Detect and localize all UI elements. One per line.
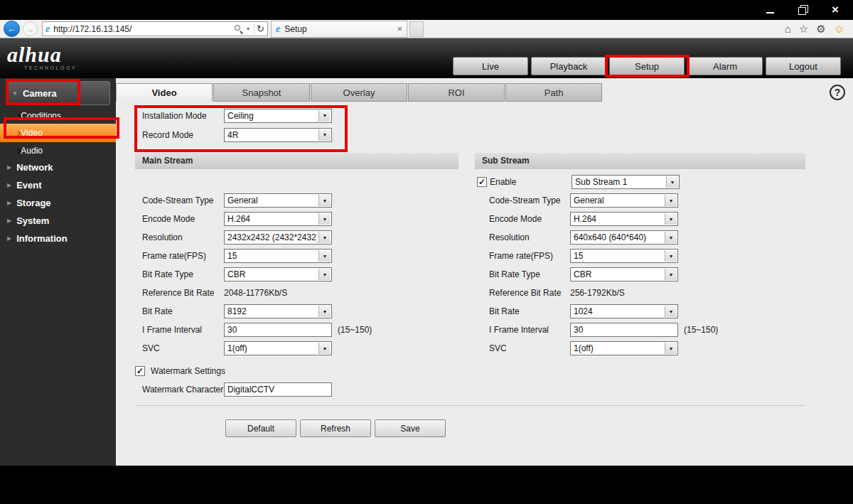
main-bit-rate-select[interactable]: 8192 ▼: [224, 304, 332, 318]
sub-stream-select[interactable]: Sub Stream 1 ▼: [572, 175, 680, 189]
branch-arrow-icon: ▶: [7, 235, 11, 242]
search-icon[interactable]: [234, 24, 243, 33]
sub-bit-rate-select[interactable]: 1024 ▼: [570, 304, 678, 318]
sub-encode-mode-row: Encode Mode H.264 ▼: [475, 210, 805, 228]
address-bar[interactable]: e http://172.16.13.145/ ▾ ↻: [42, 21, 268, 36]
sub-encode-mode-select[interactable]: H.264 ▼: [570, 212, 678, 226]
sub-resolution-select[interactable]: 640x640 (640*640) ▼: [570, 230, 678, 245]
app-header: alhua TECHNOLOGY Live Playback Setup Ala…: [0, 38, 853, 78]
sidebar-item-event[interactable]: ▶ Event: [0, 176, 116, 194]
main-frame-rate-select[interactable]: 15 ▼: [224, 249, 332, 263]
sub-enable-label: Enable: [490, 177, 572, 187]
main-bit-rate-type-select[interactable]: CBR ▼: [224, 267, 332, 282]
help-icon[interactable]: ?: [830, 85, 845, 100]
tab-video[interactable]: Video: [116, 83, 213, 102]
chevron-down-icon: ▼: [318, 129, 331, 141]
sub-enable-checkbox[interactable]: ✓: [477, 177, 487, 187]
nav-setup-button[interactable]: Setup: [609, 57, 685, 75]
sidebar-item-information[interactable]: ▶ Information: [0, 230, 116, 247]
main-reference-bit-rate-value: 2048-11776Kb/S: [224, 288, 287, 298]
nav-playback-button[interactable]: Playback: [531, 57, 606, 75]
tab-path-label: Path: [544, 87, 564, 98]
nav-live-button[interactable]: Live: [453, 57, 528, 75]
sub-svc-select[interactable]: 1(off) ▼: [570, 341, 678, 355]
sidebar-item-network[interactable]: ▶ Network: [0, 159, 116, 176]
sidebar-item-system[interactable]: ▶ System: [0, 212, 116, 230]
select-value: CBR: [227, 269, 245, 279]
watermark-character-label: Watermark Character: [142, 385, 224, 395]
branch-arrow-icon: ▶: [7, 164, 11, 171]
action-buttons: Default Refresh Save: [225, 419, 853, 437]
sub-enable-row: ✓ Enable Sub Stream 1 ▼: [475, 173, 805, 191]
tab-snapshot[interactable]: Snapshot: [213, 83, 310, 102]
tab-overlay-label: Overlay: [343, 87, 375, 98]
sub-frame-rate-select[interactable]: 15 ▼: [570, 249, 678, 263]
refresh-icon[interactable]: ↻: [257, 23, 264, 34]
restore-button[interactable]: [798, 5, 808, 15]
sub-svc-label: SVC: [489, 343, 570, 353]
main-stream-section: Main Stream Code-Stream Type General ▼ E…: [135, 153, 458, 399]
browser-tab-setup[interactable]: e Setup ×: [271, 21, 407, 38]
select-value: 640x640 (640*640): [574, 232, 646, 242]
main-bit-rate-label: Bit Rate: [142, 306, 224, 316]
sidebar-item-camera[interactable]: ▼ Camera: [6, 81, 110, 105]
select-value: H.264: [574, 214, 596, 224]
chevron-down-icon: ▼: [666, 176, 678, 188]
sub-i-frame-interval-input[interactable]: [570, 323, 678, 337]
nav-logout-label: Logout: [789, 61, 817, 72]
chevron-down-icon[interactable]: ▾: [247, 26, 250, 32]
tab-overlay[interactable]: Overlay: [311, 83, 407, 102]
save-button[interactable]: Save: [375, 419, 446, 437]
record-mode-select[interactable]: 4R ▼: [224, 128, 332, 142]
main-svc-select[interactable]: 1(off) ▼: [224, 341, 332, 355]
window-controls: ×: [765, 5, 853, 15]
back-button[interactable]: ←: [4, 21, 20, 37]
nav-alarm-button[interactable]: Alarm: [687, 57, 763, 75]
sidebar-item-conditions[interactable]: › Conditions: [0, 107, 116, 124]
nav-alarm-label: Alarm: [713, 61, 737, 72]
minimize-button[interactable]: [765, 5, 775, 15]
installation-mode-select[interactable]: Ceiling ▼: [224, 109, 332, 123]
main-encode-mode-label: Encode Mode: [142, 214, 224, 224]
stream-columns: Main Stream Code-Stream Type General ▼ E…: [135, 153, 853, 399]
window-titlebar: ×: [0, 0, 853, 20]
restore-icon: [798, 6, 807, 14]
sub-i-frame-interval-row: I Frame Interval (15~150): [475, 321, 805, 339]
nav-live-label: Live: [482, 61, 499, 72]
select-value: General: [227, 195, 258, 205]
new-tab-button[interactable]: [409, 21, 424, 37]
favorites-star-icon[interactable]: ☆: [799, 23, 808, 36]
refresh-button[interactable]: Refresh: [300, 419, 371, 437]
installation-mode-row: Installation Mode Ceiling ▼: [135, 106, 853, 125]
gear-icon[interactable]: ⚙: [816, 23, 825, 36]
sub-bit-rate-type-select[interactable]: CBR ▼: [570, 267, 678, 282]
main-encode-mode-select[interactable]: H.264 ▼: [224, 212, 332, 226]
chevron-down-icon: ▼: [665, 269, 677, 280]
main-reference-bit-rate-label: Reference Bit Rate: [142, 288, 224, 298]
sub-code-stream-type-select[interactable]: General ▼: [570, 193, 678, 208]
default-button[interactable]: Default: [225, 419, 296, 437]
watermark-character-input[interactable]: [224, 382, 332, 397]
nav-logout-button[interactable]: Logout: [766, 57, 841, 75]
sidebar-item-storage[interactable]: ▶ Storage: [0, 194, 116, 212]
forward-button[interactable]: →: [23, 21, 38, 36]
main-encode-mode-row: Encode Mode H.264 ▼: [135, 210, 458, 228]
sub-stream-header: Sub Stream: [475, 153, 805, 169]
close-button[interactable]: ×: [830, 5, 840, 15]
main-code-stream-type-select[interactable]: General ▼: [224, 193, 332, 208]
feedback-smiley-icon[interactable]: ☺: [834, 23, 844, 35]
main-resolution-select[interactable]: 2432x2432 (2432*2432) ▼: [224, 230, 332, 245]
sidebar-item-video[interactable]: › Video: [0, 124, 116, 142]
watermark-settings-checkbox[interactable]: ✓: [135, 366, 145, 376]
sub-resolution-row: Resolution 640x640 (640*640) ▼: [475, 228, 805, 247]
main-i-frame-interval-input[interactable]: [224, 323, 332, 337]
sidebar-item-audio[interactable]: › Audio: [0, 142, 116, 159]
chevron-down-icon: ▼: [665, 195, 677, 206]
tab-close-icon[interactable]: ×: [397, 23, 402, 34]
chevron-down-icon: ▼: [665, 306, 677, 317]
tab-roi[interactable]: ROI: [408, 83, 505, 102]
home-icon[interactable]: ⌂: [785, 23, 791, 35]
tab-path[interactable]: Path: [505, 83, 602, 102]
chevron-down-icon: ▼: [318, 232, 331, 243]
branch-arrow-icon: ▶: [7, 218, 11, 224]
